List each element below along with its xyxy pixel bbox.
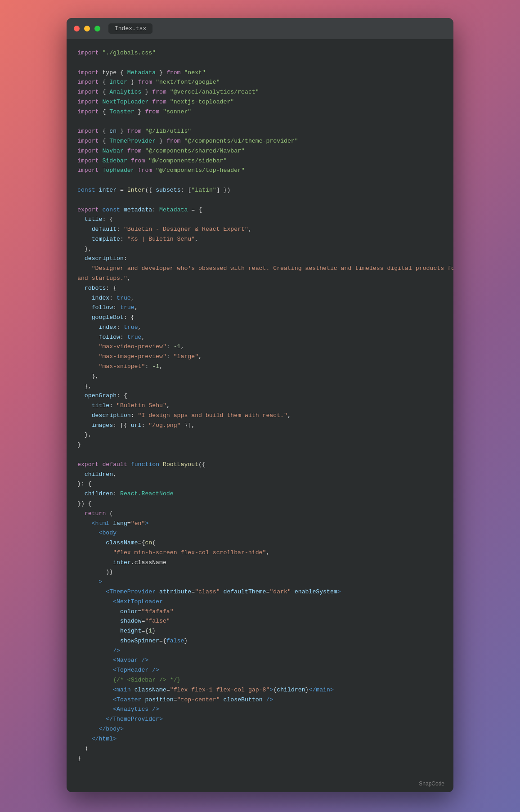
line-36: }, bbox=[77, 430, 443, 440]
line-2: import type { Metadata } from "next" bbox=[77, 68, 443, 78]
line-7: import { cn } from "@/lib/utils" bbox=[77, 126, 443, 136]
dot-yellow[interactable] bbox=[84, 26, 90, 31]
line-25: index: true, bbox=[77, 323, 443, 332]
line-47: "flex min-h-screen flex-col scrollbar-hi… bbox=[77, 548, 443, 558]
line-40: }: { bbox=[77, 479, 443, 489]
line-11: import TopHeader from "@/components/top-… bbox=[77, 166, 443, 175]
line-27: "max-video-preview": -1, bbox=[77, 342, 443, 352]
line-55: height={1} bbox=[77, 626, 443, 636]
line-43: return ( bbox=[77, 509, 443, 519]
line-37: } bbox=[77, 440, 443, 450]
line-28: "max-image-preview": "large", bbox=[77, 352, 443, 362]
tab-filename[interactable]: Index.tsx bbox=[108, 23, 152, 34]
line-4: import { Analytics } from "@vercel/analy… bbox=[77, 87, 443, 97]
line-29: "max-snippet": -1, bbox=[77, 362, 443, 372]
line-33: title: "Buletin Sehu", bbox=[77, 401, 443, 411]
line-41: children: React.ReactNode bbox=[77, 489, 443, 499]
line-50: > bbox=[77, 577, 443, 587]
line-18: description: bbox=[77, 254, 443, 264]
line-blank-2 bbox=[77, 117, 443, 126]
line-13: export const metadata: Metadata = { bbox=[77, 205, 443, 215]
line-3: import { Inter } from "next/font/google" bbox=[77, 77, 443, 87]
line-56: showSpinner={false} bbox=[77, 636, 443, 646]
line-5: import NextTopLoader from "nextjs-toploa… bbox=[77, 97, 443, 107]
line-38: export default function RootLayout({ bbox=[77, 460, 443, 470]
titlebar: Index.tsx bbox=[67, 18, 453, 39]
line-51: <ThemeProvider attribute="class" default… bbox=[77, 587, 443, 597]
line-46: className={cn( bbox=[77, 538, 443, 548]
code-window: Index.tsx import "./globals.css" import … bbox=[67, 18, 453, 792]
line-62: <Toaster position="top-center" closeButt… bbox=[77, 695, 443, 705]
line-61: <main className="flex flex-1 flex-col ga… bbox=[77, 685, 443, 695]
dot-green[interactable] bbox=[94, 26, 100, 31]
line-54: shadow="false" bbox=[77, 616, 443, 626]
line-31: }, bbox=[77, 381, 443, 391]
line-59: <TopHeader /> bbox=[77, 665, 443, 675]
line-30: }, bbox=[77, 372, 443, 381]
line-15: default: "Buletin - Designer & React Exp… bbox=[77, 224, 443, 234]
line-22: index: true, bbox=[77, 293, 443, 303]
line-14: title: { bbox=[77, 215, 443, 224]
line-6: import { Toaster } from "sonner" bbox=[77, 107, 443, 117]
line-68: } bbox=[77, 754, 443, 763]
line-12: const inter = Inter({ subsets: ["latin"]… bbox=[77, 185, 443, 195]
line-65: </body> bbox=[77, 724, 443, 734]
line-63: <Analytics /> bbox=[77, 704, 443, 714]
line-24: googleBot: { bbox=[77, 313, 443, 323]
line-52: <NextTopLoader bbox=[77, 597, 443, 607]
line-26: follow: true, bbox=[77, 332, 443, 342]
line-32: openGraph: { bbox=[77, 391, 443, 401]
line-48: inter.className bbox=[77, 558, 443, 568]
line-53: color="#fafafa" bbox=[77, 607, 443, 617]
line-66: </html> bbox=[77, 734, 443, 744]
line-39: children, bbox=[77, 470, 443, 480]
line-35: images: [{ url: "/og.png" }], bbox=[77, 421, 443, 431]
line-49: )} bbox=[77, 567, 443, 577]
line-19: "Designer and developer who's obsessed w… bbox=[77, 264, 443, 274]
line-60: {/* <Sidebar /> */} bbox=[77, 675, 443, 685]
line-blank-4 bbox=[77, 195, 443, 205]
line-20: and startups.", bbox=[77, 274, 443, 283]
snapcode-label: SnapCode bbox=[67, 777, 453, 792]
code-editor: import "./globals.css" import type { Met… bbox=[67, 39, 453, 777]
line-23: follow: true, bbox=[77, 303, 443, 313]
line-9: import Navbar from "@/components/shared/… bbox=[77, 146, 443, 156]
line-21: robots: { bbox=[77, 283, 443, 293]
line-16: template: "%s | Buletin Sehu", bbox=[77, 234, 443, 244]
line-44: <html lang="en"> bbox=[77, 519, 443, 529]
dot-red[interactable] bbox=[74, 26, 80, 31]
line-57: /> bbox=[77, 646, 443, 656]
line-64: </ThemeProvider> bbox=[77, 714, 443, 724]
line-42: }) { bbox=[77, 499, 443, 509]
line-1: import "./globals.css" bbox=[77, 48, 443, 58]
line-58: <Navbar /> bbox=[77, 655, 443, 665]
line-blank-5 bbox=[77, 450, 443, 460]
line-10: import Sidebar from "@/components/sideba… bbox=[77, 156, 443, 166]
line-blank-1 bbox=[77, 58, 443, 68]
line-blank-3 bbox=[77, 175, 443, 185]
line-17: }, bbox=[77, 244, 443, 254]
line-67: ) bbox=[77, 744, 443, 754]
line-34: description: "I design apps and build th… bbox=[77, 411, 443, 421]
line-45: <body bbox=[77, 528, 443, 538]
line-8: import { ThemeProvider } from "@/compone… bbox=[77, 136, 443, 146]
